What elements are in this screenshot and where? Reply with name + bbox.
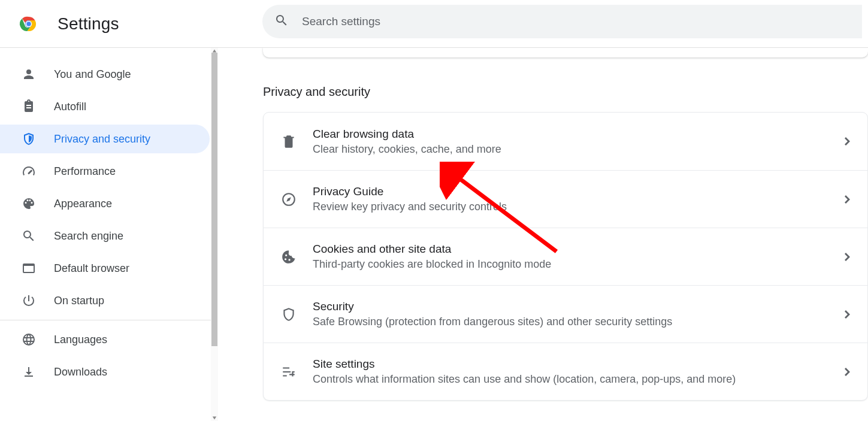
clipboard-icon (22, 99, 36, 114)
sidebar-item-downloads[interactable]: Downloads (0, 358, 210, 386)
sidebar-scrollbar-thumb[interactable] (211, 53, 217, 346)
row-subtitle: Controls what information sites can use … (313, 373, 837, 386)
row-security[interactable]: Security Safe Browsing (protection from … (264, 285, 867, 343)
person-icon (22, 67, 36, 81)
row-text: Cookies and other site data Third-party … (313, 243, 837, 271)
sidebar-item-label: Default browser (54, 262, 129, 275)
chrome-logo-icon (18, 13, 40, 35)
palette-icon (22, 196, 36, 211)
power-icon (22, 293, 36, 308)
row-cookies[interactable]: Cookies and other site data Third-party … (264, 228, 867, 285)
sidebar-item-label: Appearance (54, 198, 112, 210)
previous-card-edge (263, 48, 868, 57)
row-privacy-guide[interactable]: Privacy Guide Review key privacy and sec… (264, 170, 867, 228)
chevron-right-icon (845, 368, 851, 376)
shield-icon (280, 306, 297, 323)
search-box[interactable] (262, 5, 862, 38)
sidebar-scrollbar[interactable] (211, 48, 218, 421)
scroll-down-icon[interactable] (212, 416, 217, 420)
sidebar-item-performance[interactable]: Performance (0, 157, 210, 186)
row-text: Security Safe Browsing (protection from … (313, 300, 837, 328)
browser-icon (22, 261, 36, 275)
sidebar-item-label: You and Google (54, 68, 131, 81)
sidebar-item-you-and-google[interactable]: You and Google (0, 60, 210, 89)
shield-icon (22, 132, 36, 146)
compass-icon (280, 191, 297, 208)
sidebar-item-on-startup[interactable]: On startup (0, 286, 210, 315)
sidebar-item-search-engine[interactable]: Search engine (0, 222, 210, 250)
sidebar: You and Google Autofill Privacy and secu… (0, 48, 218, 421)
row-clear-browsing-data[interactable]: Clear browsing data Clear history, cooki… (264, 113, 867, 170)
sidebar-divider (0, 320, 218, 320)
privacy-card: Clear browsing data Clear history, cooki… (263, 112, 868, 401)
search-icon (22, 229, 36, 243)
download-icon (22, 365, 36, 379)
svg-point-2 (26, 21, 32, 26)
sidebar-item-appearance[interactable]: Appearance (0, 189, 210, 218)
row-subtitle: Review key privacy and security controls (313, 201, 837, 213)
row-title: Privacy Guide (313, 185, 837, 198)
row-site-settings[interactable]: Site settings Controls what information … (264, 343, 867, 400)
trash-icon (280, 133, 297, 150)
chevron-right-icon (845, 310, 851, 319)
row-title: Security (313, 300, 837, 313)
tune-icon (280, 364, 297, 380)
row-subtitle: Clear history, cookies, cache, and more (313, 143, 837, 156)
row-title: Cookies and other site data (313, 243, 837, 256)
row-title: Clear browsing data (313, 128, 837, 141)
sidebar-item-label: Performance (54, 165, 116, 178)
section-title: Privacy and security (263, 85, 868, 99)
row-title: Site settings (313, 358, 837, 371)
header-bar: Settings (0, 0, 868, 48)
sidebar-item-languages[interactable]: Languages (0, 325, 210, 354)
sidebar-item-label: Languages (54, 334, 107, 346)
row-text: Privacy Guide Review key privacy and sec… (313, 185, 837, 213)
sidebar-item-autofill[interactable]: Autofill (0, 92, 210, 121)
row-text: Site settings Controls what information … (313, 358, 837, 386)
sidebar-item-label: Autofill (54, 101, 86, 113)
sidebar-item-label: Downloads (54, 366, 107, 378)
page-title: Settings (58, 14, 119, 34)
sidebar-item-label: Search engine (54, 230, 123, 243)
sidebar-item-privacy-and-security[interactable]: Privacy and security (0, 125, 210, 153)
search-input[interactable] (302, 15, 862, 28)
content-area: Privacy and security Clear browsing data… (218, 48, 868, 421)
cookie-icon (280, 249, 297, 265)
sidebar-item-label: Privacy and security (54, 133, 150, 146)
row-subtitle: Third-party cookies are blocked in Incog… (313, 258, 837, 271)
row-text: Clear browsing data Clear history, cooki… (313, 128, 837, 156)
sidebar-item-default-browser[interactable]: Default browser (0, 254, 210, 283)
chevron-right-icon (845, 195, 851, 204)
speedometer-icon (22, 164, 36, 178)
search-icon (274, 13, 289, 30)
row-subtitle: Safe Browsing (protection from dangerous… (313, 316, 837, 328)
chevron-right-icon (845, 137, 851, 146)
sidebar-item-label: On startup (54, 295, 104, 307)
chevron-right-icon (845, 253, 851, 261)
globe-icon (22, 332, 36, 347)
